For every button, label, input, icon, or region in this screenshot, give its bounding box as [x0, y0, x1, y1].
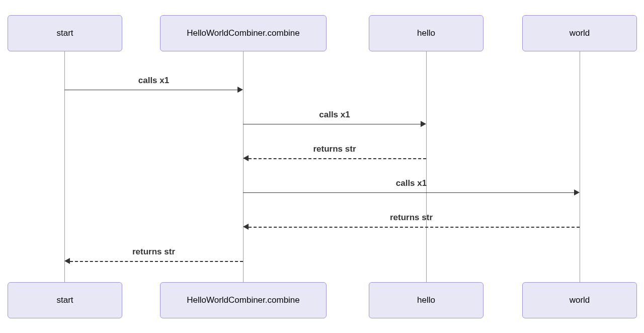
arrow-head-icon [64, 258, 70, 264]
message-arrow-dashed [249, 227, 580, 228]
participant-label: start [56, 295, 73, 305]
message-arrow-dashed [249, 158, 426, 159]
message-arrow [243, 124, 421, 124]
message-label: calls x1 [243, 178, 580, 188]
message-label: calls x1 [64, 76, 243, 86]
arrow-head-icon [574, 189, 580, 195]
participant-label: HelloWorldCombiner.combine [187, 295, 300, 305]
participant-start-bottom: start [8, 282, 122, 318]
participant-label: hello [417, 295, 435, 305]
participant-hello-top: hello [369, 15, 484, 51]
message-arrow-dashed [70, 261, 243, 262]
message-arrow [64, 90, 237, 90]
participant-world-top: world [522, 15, 637, 51]
participant-label: world [570, 28, 590, 38]
message-label: calls x1 [243, 110, 426, 120]
arrow-head-icon [243, 155, 249, 161]
participant-label: hello [417, 28, 435, 38]
message-label: returns str [243, 213, 580, 223]
message-label: returns str [64, 247, 243, 257]
participant-label: HelloWorldCombiner.combine [187, 28, 300, 38]
participant-combine-top: HelloWorldCombiner.combine [160, 15, 327, 51]
message-label: returns str [243, 144, 426, 154]
participant-label: start [56, 28, 73, 38]
participant-world-bottom: world [522, 282, 637, 318]
message-arrow [243, 192, 574, 193]
lifeline-world [580, 50, 580, 283]
lifeline-hello [426, 50, 427, 283]
arrow-head-icon [237, 87, 243, 93]
arrow-head-icon [243, 224, 249, 230]
participant-hello-bottom: hello [369, 282, 484, 318]
lifeline-combine [243, 50, 244, 283]
participant-label: world [570, 295, 590, 305]
participant-combine-bottom: HelloWorldCombiner.combine [160, 282, 327, 318]
participant-start-top: start [8, 15, 122, 51]
arrow-head-icon [421, 121, 426, 127]
